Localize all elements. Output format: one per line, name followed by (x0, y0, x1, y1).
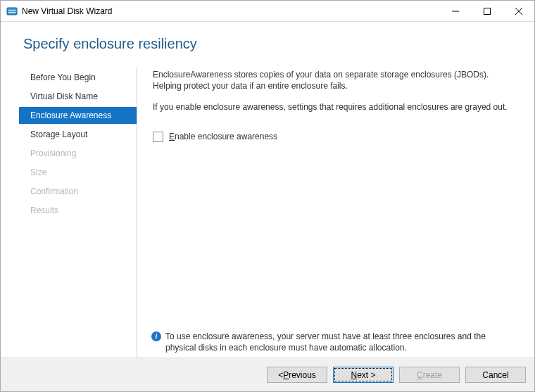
svg-rect-4 (484, 8, 490, 14)
step-confirmation: Confirmation (23, 183, 137, 200)
step-before-you-begin[interactable]: Before You Begin (23, 69, 137, 86)
maximize-button[interactable] (471, 1, 503, 22)
wizard-content: EnclosureAwareness stores copies of your… (137, 68, 524, 358)
enable-enclosure-checkbox[interactable] (153, 132, 163, 142)
next-button[interactable]: Next > (333, 367, 394, 383)
svg-rect-2 (8, 12, 15, 13)
previous-button[interactable]: < Previous (267, 367, 327, 383)
svg-rect-0 (7, 8, 17, 15)
info-note: i To use enclosure awareness, your serve… (151, 331, 517, 353)
create-button: Create (399, 367, 460, 383)
cancel-button[interactable]: Cancel (465, 367, 526, 383)
wizard-steps: Before You Begin Virtual Disk Name Enclo… (23, 68, 137, 358)
titlebar: New Virtual Disk Wizard (1, 1, 534, 22)
app-icon (6, 6, 18, 17)
description-2: If you enable enclosure awareness, setti… (153, 101, 517, 113)
wizard-button-bar: < Previous Next > Create Cancel (1, 358, 534, 391)
enable-enclosure-row: Enable enclosure awareness (153, 132, 517, 142)
close-button[interactable] (503, 1, 534, 22)
step-results: Results (23, 202, 137, 219)
page-title: Specify enclosure resiliency (23, 36, 524, 52)
svg-rect-1 (8, 10, 15, 11)
wizard-body: Before You Begin Virtual Disk Name Enclo… (1, 52, 534, 358)
step-virtual-disk-name[interactable]: Virtual Disk Name (23, 88, 137, 105)
enable-enclosure-label[interactable]: Enable enclosure awareness (169, 132, 277, 141)
info-icon: i (151, 331, 161, 341)
step-storage-layout[interactable]: Storage Layout (23, 126, 137, 143)
step-provisioning: Provisioning (23, 145, 137, 162)
step-size: Size (23, 164, 137, 181)
minimize-button[interactable] (439, 1, 471, 22)
window-title: New Virtual Disk Wizard (22, 6, 112, 16)
info-note-text: To use enclosure awareness, your server … (165, 331, 517, 353)
description-1: EnclosureAwareness stores copies of your… (153, 69, 517, 91)
step-enclosure-awareness[interactable]: Enclosure Awareness (19, 107, 137, 124)
page-header: Specify enclosure resiliency (1, 22, 534, 52)
